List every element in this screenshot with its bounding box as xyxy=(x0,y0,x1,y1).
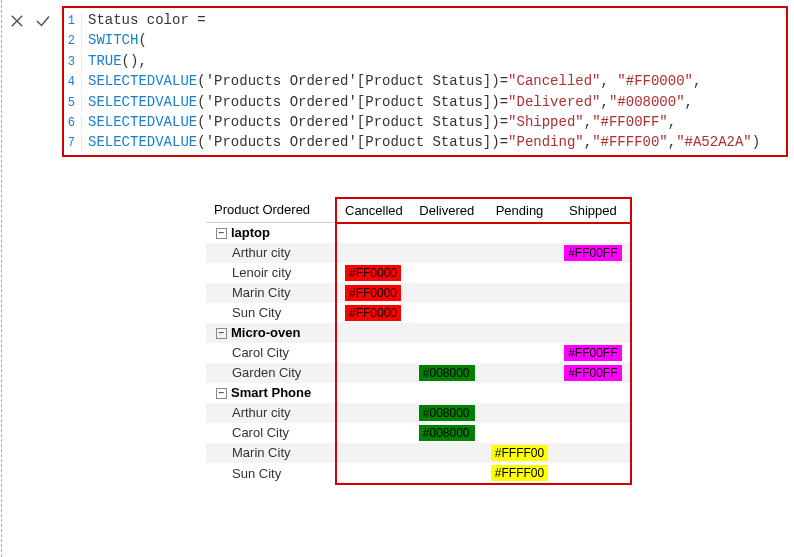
matrix-cell[interactable] xyxy=(556,263,630,283)
matrix-cell[interactable] xyxy=(483,403,556,423)
matrix-cell[interactable] xyxy=(483,383,556,403)
status-color-value: #FF00FF xyxy=(564,365,621,381)
matrix-cell[interactable] xyxy=(336,443,411,463)
matrix-cell[interactable] xyxy=(336,323,411,343)
expand-collapse-icon[interactable]: − xyxy=(216,228,227,239)
matrix-cell[interactable] xyxy=(336,463,411,484)
matrix-cell[interactable] xyxy=(336,243,411,263)
matrix-row-label[interactable]: Sun City xyxy=(206,463,336,484)
matrix-cell[interactable]: #FFFF00 xyxy=(483,463,556,484)
matrix-row-label[interactable]: Marin City xyxy=(206,283,336,303)
matrix-cell[interactable] xyxy=(483,223,556,243)
matrix-cell[interactable] xyxy=(336,423,411,443)
code-line[interactable]: 6SELECTEDVALUE('Products Ordered'[Produc… xyxy=(64,112,786,132)
matrix-column-header[interactable]: Delivered xyxy=(411,198,483,223)
status-color-value: #FFFF00 xyxy=(491,465,548,481)
matrix-row-header-label[interactable]: Product Ordered xyxy=(206,198,336,223)
code-line[interactable]: 3TRUE(), xyxy=(64,51,786,71)
cancel-icon[interactable] xyxy=(6,10,28,35)
line-number: 7 xyxy=(64,135,82,152)
matrix-cell[interactable] xyxy=(556,323,630,343)
matrix-cell[interactable] xyxy=(556,443,630,463)
matrix-cell[interactable] xyxy=(411,323,483,343)
matrix-row-label[interactable]: Carol City xyxy=(206,423,336,443)
matrix-row-label[interactable]: Lenoir city xyxy=(206,263,336,283)
matrix-cell[interactable] xyxy=(483,263,556,283)
commit-icon[interactable] xyxy=(32,10,54,35)
matrix-cell[interactable] xyxy=(411,343,483,363)
matrix-row-label[interactable]: Sun City xyxy=(206,303,336,323)
code-line[interactable]: 5SELECTEDVALUE('Products Ordered'[Produc… xyxy=(64,92,786,112)
line-number: 6 xyxy=(64,115,82,132)
matrix-cell[interactable] xyxy=(411,383,483,403)
matrix-cell[interactable] xyxy=(556,403,630,423)
matrix-column-header[interactable]: Pending xyxy=(483,198,556,223)
status-color-value: #008000 xyxy=(419,365,475,381)
status-color-value: #FF0000 xyxy=(345,305,401,321)
matrix-row-label[interactable]: Arthur city xyxy=(206,403,336,423)
formula-actions xyxy=(6,6,54,35)
matrix-cell[interactable] xyxy=(336,223,411,243)
matrix-cell[interactable] xyxy=(556,283,630,303)
matrix-cell[interactable] xyxy=(483,323,556,343)
matrix-cell[interactable]: #008000 xyxy=(411,403,483,423)
code-line[interactable]: 2SWITCH( xyxy=(64,30,786,50)
matrix-cell[interactable]: #FF0000 xyxy=(336,263,411,283)
status-color-value: #FF0000 xyxy=(345,285,401,301)
code-line[interactable]: 4SELECTEDVALUE('Products Ordered'[Produc… xyxy=(64,71,786,91)
matrix-cell[interactable]: #008000 xyxy=(411,423,483,443)
matrix-cell[interactable] xyxy=(556,463,630,484)
matrix-cell[interactable] xyxy=(411,283,483,303)
matrix-group-label[interactable]: laptop xyxy=(231,225,270,240)
line-number: 5 xyxy=(64,95,82,112)
matrix-cell[interactable] xyxy=(483,283,556,303)
status-color-value: #FF00FF xyxy=(564,245,621,261)
matrix-cell[interactable] xyxy=(411,303,483,323)
matrix-cell[interactable] xyxy=(411,463,483,484)
matrix-group-label[interactable]: Micro-oven xyxy=(231,325,300,340)
matrix-cell[interactable] xyxy=(556,303,630,323)
matrix-cell[interactable] xyxy=(336,383,411,403)
status-color-value: #008000 xyxy=(419,405,475,421)
matrix-cell[interactable]: #FF0000 xyxy=(336,303,411,323)
line-number: 2 xyxy=(64,33,82,50)
matrix-cell[interactable]: #FF00FF xyxy=(556,363,630,383)
matrix-cell[interactable]: #FF00FF xyxy=(556,343,630,363)
matrix-cell[interactable] xyxy=(336,363,411,383)
matrix-cell[interactable]: #FF00FF xyxy=(556,243,630,263)
matrix-cell[interactable]: #FFFF00 xyxy=(483,443,556,463)
matrix-cell[interactable] xyxy=(483,363,556,383)
matrix-cell[interactable] xyxy=(483,303,556,323)
code-line[interactable]: 7SELECTEDVALUE('Products Ordered'[Produc… xyxy=(64,132,786,152)
status-color-value: #008000 xyxy=(419,425,475,441)
matrix-cell[interactable] xyxy=(411,263,483,283)
matrix-cell[interactable] xyxy=(336,403,411,423)
status-color-value: #FF0000 xyxy=(345,265,401,281)
matrix-cell[interactable]: #FF0000 xyxy=(336,283,411,303)
matrix-cell[interactable] xyxy=(556,423,630,443)
matrix-group-label[interactable]: Smart Phone xyxy=(231,385,311,400)
expand-collapse-icon[interactable]: − xyxy=(216,328,227,339)
matrix-column-header[interactable]: Cancelled xyxy=(336,198,411,223)
matrix-row-label[interactable]: Marin City xyxy=(206,443,336,463)
line-number: 4 xyxy=(64,74,82,91)
matrix-cell[interactable] xyxy=(483,343,556,363)
dax-formula-editor[interactable]: 1Status color =2SWITCH(3TRUE(),4SELECTED… xyxy=(62,6,788,157)
matrix-column-header[interactable]: Shipped xyxy=(556,198,630,223)
matrix-cell[interactable] xyxy=(556,223,630,243)
matrix-cell[interactable] xyxy=(556,383,630,403)
matrix-row-label[interactable]: Arthur city xyxy=(206,243,336,263)
matrix-row-label[interactable]: Garden City xyxy=(206,363,336,383)
matrix-cell[interactable] xyxy=(336,343,411,363)
line-number: 3 xyxy=(64,54,82,71)
expand-collapse-icon[interactable]: − xyxy=(216,388,227,399)
matrix-visual[interactable]: Product OrderedCancelledDeliveredPending… xyxy=(206,197,632,485)
matrix-cell[interactable] xyxy=(411,243,483,263)
matrix-cell[interactable] xyxy=(483,243,556,263)
matrix-cell[interactable]: #008000 xyxy=(411,363,483,383)
code-line[interactable]: 1Status color = xyxy=(64,10,786,30)
matrix-cell[interactable] xyxy=(483,423,556,443)
matrix-cell[interactable] xyxy=(411,443,483,463)
matrix-cell[interactable] xyxy=(411,223,483,243)
matrix-row-label[interactable]: Carol City xyxy=(206,343,336,363)
